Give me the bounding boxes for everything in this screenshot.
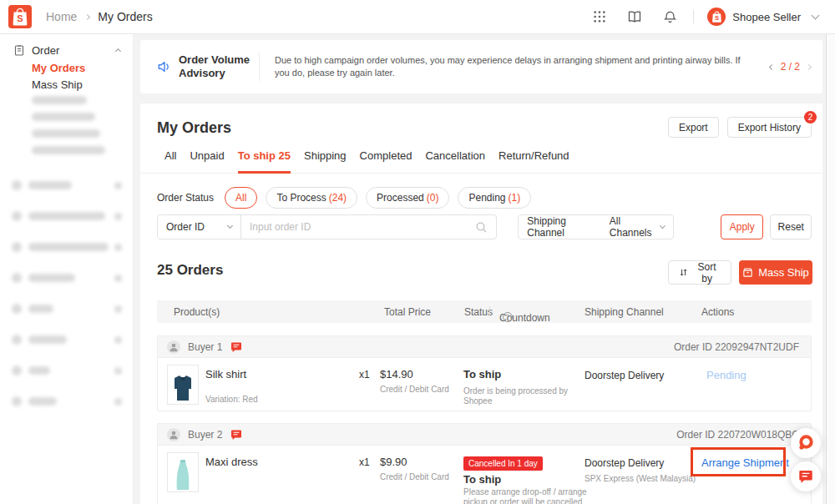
buyer-name[interactable]: Buyer 1 xyxy=(188,341,222,353)
sort-arrows-icon xyxy=(679,267,688,278)
scrollbar-track[interactable] xyxy=(826,34,835,504)
shopee-logo[interactable]: S xyxy=(8,5,32,28)
sidebar-item-redacted[interactable] xyxy=(32,113,95,121)
user-menu-chevron-down-icon[interactable] xyxy=(812,12,820,20)
breadcrumb-current: My Orders xyxy=(98,10,152,23)
sidebar-section-redacted[interactable] xyxy=(0,239,134,255)
shipping-channel-value: All Channels xyxy=(610,215,661,239)
export-history-button[interactable]: Export History 2 xyxy=(727,117,812,138)
tab-cancellation[interactable]: Cancellation xyxy=(425,149,485,173)
search-filter-row: Order ID Shipping Channel All Channels A… xyxy=(157,214,812,239)
tab-all[interactable]: All xyxy=(164,149,176,173)
sidebar-section-redacted[interactable] xyxy=(0,208,134,224)
annotation-highlight-box xyxy=(691,447,786,476)
sidebar-item-my-orders[interactable]: My Orders xyxy=(32,62,85,74)
advisory-prev-icon[interactable] xyxy=(769,63,775,69)
webchat-floating-button[interactable] xyxy=(791,461,821,491)
search-icon[interactable] xyxy=(475,221,488,234)
order-row: Silk shirt Variation: Red x1 $14.90 Cred… xyxy=(158,358,811,411)
advisory-pagination: 2 / 2 xyxy=(770,61,811,73)
status-pill-to-process[interactable]: To Process (24) xyxy=(266,187,357,209)
order-clipboard-icon xyxy=(13,44,25,56)
product-variation: Variation: Red xyxy=(205,395,258,404)
pill-count: (1) xyxy=(509,192,521,204)
order-id-input[interactable] xyxy=(241,221,475,233)
order-id: Order ID 220720W018QBC xyxy=(676,429,799,441)
total-price: $9.90 xyxy=(380,456,407,468)
order-status-description: Order is being processed by Shopee xyxy=(463,386,597,406)
product-name[interactable]: Maxi dress xyxy=(205,456,258,468)
shopee-bag-mini-icon: S xyxy=(711,11,722,23)
reset-button[interactable]: Reset xyxy=(770,214,812,239)
order-section-collapse-icon[interactable] xyxy=(115,48,121,54)
sidebar-item-redacted[interactable] xyxy=(32,129,100,138)
user-avatar[interactable]: S xyxy=(707,8,726,26)
col-actions: Actions xyxy=(701,306,734,318)
advisory-divider xyxy=(259,53,260,81)
shipping-channel: Doorstep Delivery xyxy=(584,370,664,381)
breadcrumb-home[interactable]: Home xyxy=(46,10,77,23)
sidebar-section-redacted[interactable] xyxy=(0,177,134,194)
tab-unpaid[interactable]: Unpaid xyxy=(190,149,224,173)
product-image[interactable] xyxy=(167,452,199,492)
sidebar-item-redacted[interactable] xyxy=(32,96,87,104)
tab-return-refund[interactable]: Return/Refund xyxy=(498,149,569,173)
sidebar-section-redacted[interactable] xyxy=(0,362,134,379)
order-group-header: Buyer 1 Order ID 22092947NT2UDF xyxy=(158,336,811,358)
knowledge-book-icon[interactable] xyxy=(626,8,643,25)
tab-to-ship[interactable]: To ship 25 xyxy=(238,149,291,174)
advisory-title: Order Volume Advisory xyxy=(179,53,252,80)
payment-method: Credit / Debit Card xyxy=(380,385,449,394)
product-name[interactable]: Silk shirt xyxy=(205,368,246,381)
advisory-next-icon[interactable] xyxy=(806,63,812,69)
tab-completed[interactable]: Completed xyxy=(360,149,412,173)
status-pill-processed[interactable]: Processed (0) xyxy=(366,187,449,209)
order-status-description: Please arrange drop-off / arrange pickup… xyxy=(463,487,590,504)
order-volume-advisory-banner: Order Volume Advisory Due to high campai… xyxy=(140,40,822,93)
sort-by-button[interactable]: Sort by xyxy=(668,260,731,285)
countdown-help-icon[interactable]: ? xyxy=(503,312,513,322)
order-status: To ship xyxy=(463,368,501,381)
order-search-box: Order ID xyxy=(157,214,497,239)
shipping-channel-label: Shipping Channel xyxy=(527,215,600,239)
mass-ship-label: Mass Ship xyxy=(758,266,809,279)
sidebar-section-redacted[interactable] xyxy=(0,300,134,317)
assistant-ring-icon xyxy=(797,434,815,452)
order-status: To ship xyxy=(463,473,501,486)
tab-shipping[interactable]: Shipping xyxy=(304,149,347,173)
chat-icon[interactable] xyxy=(230,429,242,441)
status-pill-pending[interactable]: Pending (1) xyxy=(458,187,531,209)
order-group-buyer-2: Buyer 2 Order ID 220720W018QBC Maxi dres… xyxy=(157,423,812,504)
sidebar-section-redacted[interactable] xyxy=(0,270,134,286)
assistant-floating-button[interactable] xyxy=(791,428,821,458)
search-field-select[interactable]: Order ID xyxy=(158,215,241,239)
svg-text:S: S xyxy=(17,13,23,23)
sidebar-section-order[interactable]: Order xyxy=(0,42,134,58)
mass-ship-button[interactable]: Mass Ship xyxy=(739,260,812,285)
chat-icon[interactable] xyxy=(230,341,242,353)
buyer-name[interactable]: Buyer 2 xyxy=(188,429,222,441)
notification-bell-icon[interactable] xyxy=(661,8,678,25)
col-products: Product(s) xyxy=(174,306,220,318)
apply-button[interactable]: Apply xyxy=(721,214,763,239)
shipping-channel-select[interactable]: Shipping Channel All Channels xyxy=(518,214,674,239)
export-button-label: Export xyxy=(679,122,708,134)
user-name[interactable]: Shopee Seller xyxy=(732,11,801,23)
shopee-bag-icon: S xyxy=(12,8,28,26)
header-divider xyxy=(489,306,490,317)
sidebar-section-redacted[interactable] xyxy=(0,331,134,348)
pill-count: (0) xyxy=(427,192,439,204)
sidebar-item-mass-ship[interactable]: Mass Ship xyxy=(32,78,83,91)
sidebar-section-label: Order xyxy=(32,44,59,57)
export-button[interactable]: Export xyxy=(668,117,719,138)
status-pill-all[interactable]: All xyxy=(225,187,257,209)
product-image[interactable] xyxy=(167,365,199,405)
sidebar-section-redacted[interactable] xyxy=(0,393,134,410)
sidebar: Order My Orders Mass Ship xyxy=(0,34,134,504)
order-group-header: Buyer 2 Order ID 220720W018QBC xyxy=(158,424,811,446)
apps-grid-icon[interactable] xyxy=(591,8,608,25)
chevron-down-icon xyxy=(660,223,665,229)
sidebar-item-redacted[interactable] xyxy=(32,146,105,154)
search-field-value: Order ID xyxy=(166,221,205,233)
announcement-speaker-icon xyxy=(157,59,172,74)
